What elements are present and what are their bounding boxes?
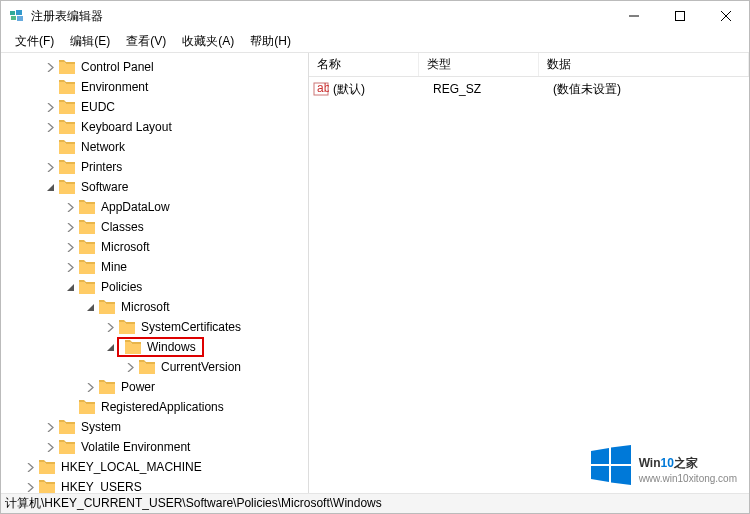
folder-icon — [79, 280, 95, 294]
chevron-right-icon[interactable] — [63, 200, 77, 214]
menubar: 文件(F) 编辑(E) 查看(V) 收藏夹(A) 帮助(H) — [1, 31, 749, 53]
folder-icon — [59, 440, 75, 454]
string-value-icon: ab — [313, 81, 329, 97]
window-title: 注册表编辑器 — [31, 8, 103, 25]
svg-rect-2 — [11, 16, 16, 20]
close-button[interactable] — [703, 1, 749, 31]
folder-icon — [119, 320, 135, 334]
svg-text:ab: ab — [317, 81, 329, 95]
chevron-right-icon[interactable] — [43, 120, 57, 134]
folder-icon — [139, 360, 155, 374]
value-data: (数值未设置) — [545, 81, 749, 98]
minimize-button[interactable] — [611, 1, 657, 31]
content: Control Panel Environment EUDC Keyboard … — [1, 53, 749, 493]
folder-icon — [125, 340, 141, 354]
column-type[interactable]: 类型 — [419, 53, 539, 76]
app-icon — [9, 8, 25, 24]
chevron-right-icon[interactable] — [63, 260, 77, 274]
tree-node-hku[interactable]: HKEY_USERS — [1, 477, 308, 493]
tree-node-control-panel[interactable]: Control Panel — [1, 57, 308, 77]
chevron-right-icon[interactable] — [43, 100, 57, 114]
chevron-right-icon[interactable] — [43, 60, 57, 74]
chevron-right-icon[interactable] — [63, 240, 77, 254]
column-name[interactable]: 名称 — [309, 53, 419, 76]
folder-icon — [59, 180, 75, 194]
tree-node-hklm[interactable]: HKEY_LOCAL_MACHINE — [1, 457, 308, 477]
tree-node-mine[interactable]: Mine — [1, 257, 308, 277]
menu-file[interactable]: 文件(F) — [7, 31, 62, 52]
tree-node-printers[interactable]: Printers — [1, 157, 308, 177]
highlight-box: Windows — [117, 337, 204, 357]
chevron-down-icon[interactable] — [103, 340, 117, 354]
folder-icon — [59, 140, 75, 154]
value-type: REG_SZ — [425, 82, 545, 96]
tree-scroll[interactable]: Control Panel Environment EUDC Keyboard … — [1, 53, 308, 493]
folder-icon — [59, 420, 75, 434]
list-row[interactable]: ab (默认) REG_SZ (数值未设置) — [309, 79, 749, 99]
chevron-right-icon[interactable] — [43, 160, 57, 174]
chevron-down-icon[interactable] — [43, 180, 57, 194]
tree-node-microsoft[interactable]: Microsoft — [1, 237, 308, 257]
tree-node-power[interactable]: Power — [1, 377, 308, 397]
folder-icon — [59, 80, 75, 94]
svg-rect-3 — [17, 16, 23, 21]
chevron-down-icon[interactable] — [63, 280, 77, 294]
maximize-button[interactable] — [657, 1, 703, 31]
folder-icon — [59, 100, 75, 114]
chevron-right-icon[interactable] — [23, 480, 37, 493]
chevron-right-icon[interactable] — [103, 320, 117, 334]
tree-pane: Control Panel Environment EUDC Keyboard … — [1, 53, 309, 493]
tree-node-system[interactable]: System — [1, 417, 308, 437]
folder-icon — [99, 380, 115, 394]
folder-icon — [79, 220, 95, 234]
folder-icon — [59, 120, 75, 134]
list-header: 名称 类型 数据 — [309, 53, 749, 77]
tree-node-currentversion[interactable]: CurrentVersion — [1, 357, 308, 377]
tree-node-network[interactable]: Network — [1, 137, 308, 157]
svg-rect-0 — [10, 11, 15, 15]
tree-node-volatile-environment[interactable]: Volatile Environment — [1, 437, 308, 457]
folder-icon — [79, 400, 95, 414]
chevron-down-icon[interactable] — [83, 300, 97, 314]
svg-rect-1 — [16, 10, 22, 15]
tree-node-policies[interactable]: Policies — [1, 277, 308, 297]
folder-icon — [79, 200, 95, 214]
menu-edit[interactable]: 编辑(E) — [62, 31, 118, 52]
menu-view[interactable]: 查看(V) — [118, 31, 174, 52]
tree-node-windows[interactable]: Windows — [1, 337, 308, 357]
menu-favorites[interactable]: 收藏夹(A) — [174, 31, 242, 52]
tree-node-keyboard-layout[interactable]: Keyboard Layout — [1, 117, 308, 137]
folder-icon — [39, 460, 55, 474]
tree-node-classes[interactable]: Classes — [1, 217, 308, 237]
titlebar: 注册表编辑器 — [1, 1, 749, 31]
folder-icon — [99, 300, 115, 314]
list-body: ab (默认) REG_SZ (数值未设置) — [309, 77, 749, 99]
chevron-right-icon[interactable] — [23, 460, 37, 474]
folder-icon — [59, 60, 75, 74]
tree-node-registeredapplications[interactable]: RegisteredApplications — [1, 397, 308, 417]
chevron-right-icon[interactable] — [63, 220, 77, 234]
chevron-right-icon[interactable] — [83, 380, 97, 394]
folder-icon — [39, 480, 55, 493]
folder-icon — [79, 260, 95, 274]
tree-node-environment[interactable]: Environment — [1, 77, 308, 97]
folder-icon — [59, 160, 75, 174]
column-data[interactable]: 数据 — [539, 53, 749, 76]
tree-node-eudc[interactable]: EUDC — [1, 97, 308, 117]
menu-help[interactable]: 帮助(H) — [242, 31, 299, 52]
tree-node-systemcertificates[interactable]: SystemCertificates — [1, 317, 308, 337]
tree-node-policies-microsoft[interactable]: Microsoft — [1, 297, 308, 317]
svg-rect-4 — [676, 12, 685, 21]
statusbar: 计算机\HKEY_CURRENT_USER\Software\Policies\… — [1, 493, 749, 513]
tree-node-software[interactable]: Software — [1, 177, 308, 197]
chevron-right-icon[interactable] — [43, 440, 57, 454]
chevron-right-icon[interactable] — [123, 360, 137, 374]
list-pane: 名称 类型 数据 ab (默认) REG_SZ (数值未设置) — [309, 53, 749, 493]
folder-icon — [79, 240, 95, 254]
status-path: 计算机\HKEY_CURRENT_USER\Software\Policies\… — [5, 495, 382, 512]
value-name: (默认) — [333, 81, 425, 98]
tree-node-appdatalow[interactable]: AppDataLow — [1, 197, 308, 217]
chevron-right-icon[interactable] — [43, 420, 57, 434]
